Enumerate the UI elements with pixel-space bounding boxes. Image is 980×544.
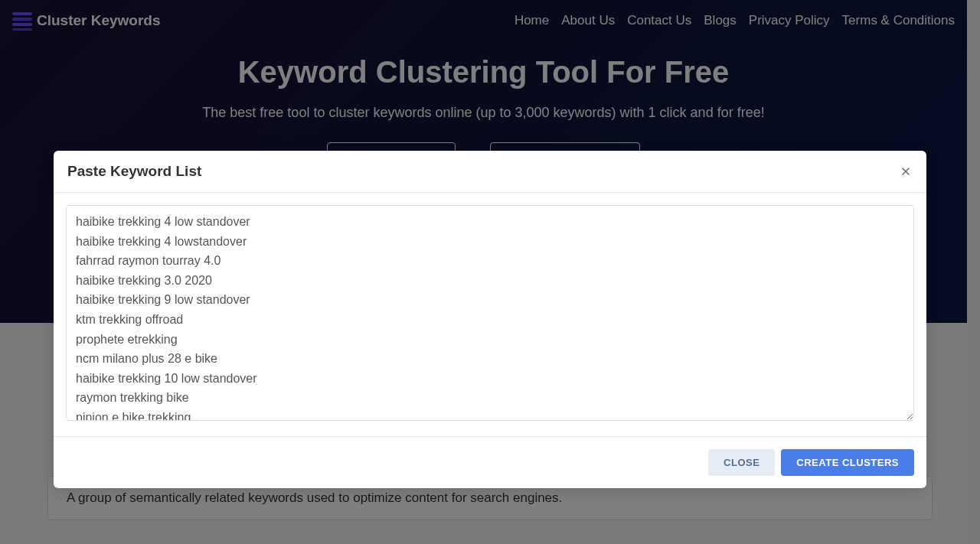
modal-body: [54, 193, 926, 436]
paste-keyword-modal: Paste Keyword List CLOSE CREATE CLUSTERS: [54, 151, 926, 488]
modal-title: Paste Keyword List: [67, 163, 201, 180]
close-icon[interactable]: [899, 165, 913, 178]
modal-header: Paste Keyword List: [54, 151, 926, 193]
keyword-textarea[interactable]: [66, 205, 914, 421]
close-button[interactable]: CLOSE: [708, 449, 775, 476]
create-clusters-button[interactable]: CREATE CLUSTERS: [781, 449, 914, 476]
modal-footer: CLOSE CREATE CLUSTERS: [54, 436, 926, 488]
